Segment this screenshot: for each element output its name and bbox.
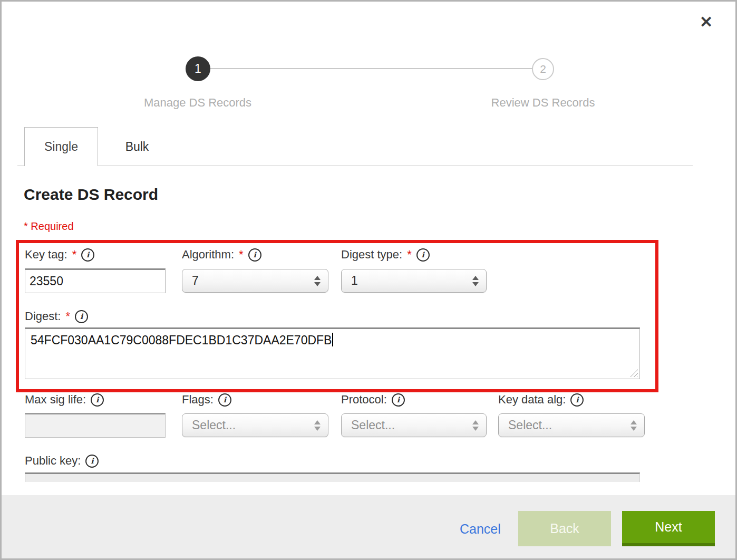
- algorithm-select-value: 7: [192, 274, 199, 288]
- max-sig-life-info-icon[interactable]: i: [91, 393, 104, 407]
- key-tag-label: Key tag: * i: [25, 248, 94, 262]
- digest-type-label-text: Digest type:: [341, 248, 402, 262]
- digest-type-select-value: 1: [351, 274, 358, 288]
- tab-bulk[interactable]: Bulk: [98, 127, 176, 166]
- key-tag-info-icon[interactable]: i: [81, 248, 94, 262]
- stepper-step-1-circle: 1: [186, 56, 210, 81]
- digest-textarea[interactable]: 54FCF030AA1C79C0088FDEC1BD1C37DAA2E70DFB: [25, 327, 640, 379]
- stepper-arrows-icon: [631, 420, 637, 431]
- flags-label: Flags: i: [182, 393, 231, 407]
- key-tag-label-text: Key tag:: [25, 248, 67, 262]
- flags-select-value: Select...: [192, 418, 236, 432]
- max-sig-life-label: Max sig life: i: [25, 393, 104, 407]
- algorithm-select[interactable]: 7: [182, 269, 328, 293]
- required-note: * Required: [24, 220, 74, 233]
- public-key-label-text: Public key:: [25, 454, 81, 468]
- key-tag-input[interactable]: [25, 268, 166, 293]
- stepper-arrows-icon: [314, 276, 321, 286]
- key-data-alg-label-text: Key data alg:: [498, 393, 566, 407]
- protocol-select[interactable]: Select...: [341, 413, 487, 437]
- next-button[interactable]: Next: [622, 511, 715, 546]
- digest-type-label: Digest type: * i: [341, 248, 430, 262]
- algorithm-label: Algorithm: * i: [182, 248, 261, 262]
- close-icon[interactable]: ✕: [700, 14, 713, 30]
- cancel-button[interactable]: Cancel: [460, 522, 501, 537]
- stepper-arrows-icon: [472, 276, 479, 286]
- max-sig-life-label-text: Max sig life:: [25, 393, 86, 407]
- stepper-step-2-number: 2: [540, 63, 546, 75]
- key-data-alg-select[interactable]: Select...: [498, 413, 645, 437]
- algorithm-info-icon[interactable]: i: [248, 248, 261, 262]
- stepper-step-1-number: 1: [195, 62, 201, 76]
- algorithm-label-text: Algorithm:: [182, 248, 234, 262]
- key-data-alg-label: Key data alg: i: [498, 393, 584, 407]
- digest-value: 54FCF030AA1C79C0088FDEC1BD1C37DAA2E70DFB: [31, 333, 332, 347]
- tab-single-label: Single: [44, 140, 78, 154]
- dialog-footer: Cancel Back Next: [2, 495, 735, 558]
- create-ds-record-dialog: ✕ 1 2 Manage DS Records Review DS Record…: [0, 0, 737, 560]
- stepper-step-2-label: Review DS Records: [438, 96, 648, 110]
- protocol-info-icon[interactable]: i: [392, 393, 405, 407]
- back-button[interactable]: Back: [518, 511, 611, 546]
- flags-info-icon[interactable]: i: [218, 393, 231, 407]
- digest-type-required-marker: *: [407, 248, 412, 262]
- key-data-alg-info-icon[interactable]: i: [570, 393, 584, 407]
- digest-label-text: Digest:: [25, 310, 61, 323]
- public-key-info-icon[interactable]: i: [85, 455, 99, 468]
- digest-required-marker: *: [65, 310, 70, 323]
- public-key-label: Public key: i: [25, 454, 99, 468]
- protocol-select-value: Select...: [351, 418, 395, 432]
- protocol-label-text: Protocol:: [341, 393, 387, 407]
- text-caret: [332, 333, 333, 346]
- flags-label-text: Flags:: [182, 393, 214, 407]
- stepper-arrows-icon: [472, 420, 479, 431]
- key-tag-required-marker: *: [72, 248, 77, 262]
- resize-handle[interactable]: [630, 369, 638, 377]
- stepper-arrows-icon: [314, 420, 321, 431]
- flags-select[interactable]: Select...: [182, 413, 328, 437]
- page-title: Create DS Record: [24, 186, 158, 204]
- tab-single[interactable]: Single: [24, 127, 98, 166]
- algorithm-required-marker: *: [239, 248, 244, 262]
- stepper-step-2-circle: 2: [532, 58, 554, 80]
- tab-bulk-label: Bulk: [125, 140, 149, 154]
- digest-info-icon[interactable]: i: [75, 310, 88, 323]
- digest-label: Digest: * i: [25, 310, 88, 323]
- protocol-label: Protocol: i: [341, 393, 405, 407]
- stepper-connector-line: [198, 68, 543, 69]
- digest-type-info-icon[interactable]: i: [416, 248, 430, 262]
- max-sig-life-input[interactable]: [25, 413, 166, 438]
- digest-type-select[interactable]: 1: [341, 269, 487, 293]
- public-key-textarea[interactable]: [25, 472, 640, 482]
- stepper-step-1-label: Manage DS Records: [92, 96, 303, 110]
- key-data-alg-select-value: Select...: [508, 418, 552, 432]
